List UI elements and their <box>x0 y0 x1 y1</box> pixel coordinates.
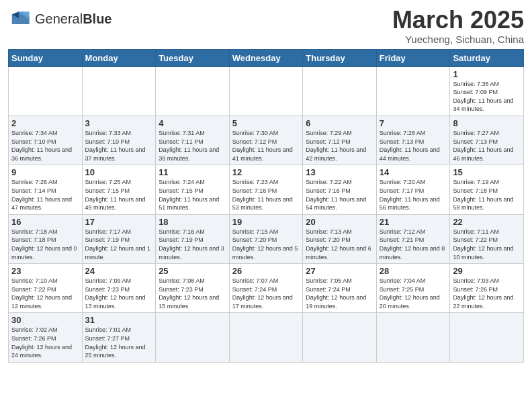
day-number: 4 <box>159 118 226 128</box>
calendar-day-cell: 12Sunrise: 7:23 AMSunset: 7:16 PMDayligh… <box>229 165 303 214</box>
day-info: Sunrise: 7:03 AMSunset: 7:26 PMDaylight:… <box>453 277 521 310</box>
day-number: 11 <box>159 167 226 177</box>
day-number: 16 <box>11 217 79 227</box>
weekday-header-cell: Sunday <box>9 49 83 66</box>
day-info: Sunrise: 7:18 AMSunset: 7:18 PMDaylight:… <box>11 228 79 261</box>
title-block: March 2025 Yuecheng, Sichuan, China <box>392 7 524 45</box>
day-number: 28 <box>380 266 447 276</box>
day-number: 20 <box>306 217 373 227</box>
day-number: 24 <box>85 266 153 276</box>
day-number: 31 <box>85 315 153 325</box>
day-info: Sunrise: 7:26 AMSunset: 7:14 PMDaylight:… <box>11 178 79 212</box>
day-number: 19 <box>232 217 300 227</box>
calendar-day-cell: 2Sunrise: 7:34 AMSunset: 7:10 PMDaylight… <box>9 116 83 165</box>
calendar-day-cell: 18Sunrise: 7:16 AMSunset: 7:19 PMDayligh… <box>156 214 230 263</box>
weekday-header-cell: Monday <box>82 49 156 66</box>
day-number: 21 <box>380 217 447 227</box>
calendar-day-cell: 16Sunrise: 7:18 AMSunset: 7:18 PMDayligh… <box>9 214 83 263</box>
calendar-day-cell: 23Sunrise: 7:10 AMSunset: 7:22 PMDayligh… <box>9 264 83 313</box>
logo-text: GeneralBlue <box>35 12 112 26</box>
calendar-day-cell <box>229 313 303 362</box>
calendar-day-cell: 26Sunrise: 7:07 AMSunset: 7:24 PMDayligh… <box>229 264 303 313</box>
day-info: Sunrise: 7:19 AMSunset: 7:18 PMDaylight:… <box>453 178 521 212</box>
day-info: Sunrise: 7:16 AMSunset: 7:19 PMDaylight:… <box>159 228 226 261</box>
day-info: Sunrise: 7:02 AMSunset: 7:26 PMDaylight:… <box>11 326 79 359</box>
day-info: Sunrise: 7:01 AMSunset: 7:27 PMDaylight:… <box>85 326 153 359</box>
page: GeneralBlue March 2025 Yuecheng, Sichuan… <box>0 0 532 369</box>
calendar-day-cell: 22Sunrise: 7:11 AMSunset: 7:22 PMDayligh… <box>450 214 524 263</box>
calendar-day-cell <box>376 313 450 362</box>
calendar-day-cell: 1Sunrise: 7:35 AMSunset: 7:09 PMDaylight… <box>450 66 524 116</box>
weekday-header-cell: Wednesday <box>229 49 303 66</box>
day-number: 8 <box>453 118 521 128</box>
day-info: Sunrise: 7:34 AMSunset: 7:10 PMDaylight:… <box>11 129 79 163</box>
calendar-week-row: 2Sunrise: 7:34 AMSunset: 7:10 PMDaylight… <box>9 116 524 165</box>
day-number: 26 <box>232 266 300 276</box>
day-info: Sunrise: 7:11 AMSunset: 7:22 PMDaylight:… <box>453 228 521 261</box>
calendar-day-cell <box>450 313 524 362</box>
day-info: Sunrise: 7:30 AMSunset: 7:12 PMDaylight:… <box>232 129 300 163</box>
calendar-week-row: 23Sunrise: 7:10 AMSunset: 7:22 PMDayligh… <box>9 264 524 313</box>
day-number: 3 <box>85 118 153 128</box>
calendar-day-cell: 15Sunrise: 7:19 AMSunset: 7:18 PMDayligh… <box>450 165 524 214</box>
day-info: Sunrise: 7:08 AMSunset: 7:23 PMDaylight:… <box>159 277 226 310</box>
calendar-day-cell: 8Sunrise: 7:27 AMSunset: 7:13 PMDaylight… <box>450 116 524 165</box>
day-number: 18 <box>159 217 226 227</box>
weekday-header-cell: Tuesday <box>156 49 230 66</box>
calendar-day-cell <box>303 313 377 362</box>
logo: GeneralBlue <box>8 9 112 28</box>
day-info: Sunrise: 7:17 AMSunset: 7:19 PMDaylight:… <box>85 228 153 261</box>
calendar-day-cell: 17Sunrise: 7:17 AMSunset: 7:19 PMDayligh… <box>82 214 156 263</box>
day-number: 9 <box>11 167 79 177</box>
day-number: 29 <box>453 266 521 276</box>
weekday-header-row: SundayMondayTuesdayWednesdayThursdayFrid… <box>9 49 524 66</box>
day-info: Sunrise: 7:10 AMSunset: 7:22 PMDaylight:… <box>11 277 79 310</box>
day-info: Sunrise: 7:05 AMSunset: 7:24 PMDaylight:… <box>306 277 373 310</box>
calendar-week-row: 9Sunrise: 7:26 AMSunset: 7:14 PMDaylight… <box>9 165 524 214</box>
calendar-day-cell: 9Sunrise: 7:26 AMSunset: 7:14 PMDaylight… <box>9 165 83 214</box>
day-number: 23 <box>11 266 79 276</box>
day-info: Sunrise: 7:27 AMSunset: 7:13 PMDaylight:… <box>453 129 521 163</box>
day-number: 1 <box>453 69 521 79</box>
calendar-day-cell: 6Sunrise: 7:29 AMSunset: 7:12 PMDaylight… <box>303 116 377 165</box>
calendar-day-cell: 27Sunrise: 7:05 AMSunset: 7:24 PMDayligh… <box>303 264 377 313</box>
location-subtitle: Yuecheng, Sichuan, China <box>392 34 524 45</box>
day-number: 12 <box>232 167 300 177</box>
calendar-day-cell: 20Sunrise: 7:13 AMSunset: 7:20 PMDayligh… <box>303 214 377 263</box>
calendar-day-cell: 28Sunrise: 7:04 AMSunset: 7:25 PMDayligh… <box>376 264 450 313</box>
day-info: Sunrise: 7:15 AMSunset: 7:20 PMDaylight:… <box>232 228 300 261</box>
day-number: 10 <box>85 167 153 177</box>
calendar-day-cell <box>82 66 156 116</box>
day-info: Sunrise: 7:20 AMSunset: 7:17 PMDaylight:… <box>380 178 447 212</box>
calendar-day-cell: 7Sunrise: 7:28 AMSunset: 7:13 PMDaylight… <box>376 116 450 165</box>
day-number: 7 <box>380 118 447 128</box>
day-info: Sunrise: 7:31 AMSunset: 7:11 PMDaylight:… <box>159 129 226 163</box>
day-info: Sunrise: 7:07 AMSunset: 7:24 PMDaylight:… <box>232 277 300 310</box>
day-info: Sunrise: 7:25 AMSunset: 7:15 PMDaylight:… <box>85 178 153 212</box>
day-info: Sunrise: 7:22 AMSunset: 7:16 PMDaylight:… <box>306 178 373 212</box>
month-title: March 2025 <box>392 7 524 34</box>
day-info: Sunrise: 7:24 AMSunset: 7:15 PMDaylight:… <box>159 178 226 212</box>
calendar-day-cell: 5Sunrise: 7:30 AMSunset: 7:12 PMDaylight… <box>229 116 303 165</box>
day-number: 6 <box>306 118 373 128</box>
calendar-day-cell: 21Sunrise: 7:12 AMSunset: 7:21 PMDayligh… <box>376 214 450 263</box>
calendar-day-cell: 14Sunrise: 7:20 AMSunset: 7:17 PMDayligh… <box>376 165 450 214</box>
day-info: Sunrise: 7:12 AMSunset: 7:21 PMDaylight:… <box>380 228 447 261</box>
calendar-day-cell: 13Sunrise: 7:22 AMSunset: 7:16 PMDayligh… <box>303 165 377 214</box>
weekday-header-cell: Saturday <box>450 49 524 66</box>
day-number: 14 <box>380 167 447 177</box>
generalblue-icon <box>8 9 32 28</box>
calendar-day-cell <box>376 66 450 116</box>
day-number: 22 <box>453 217 521 227</box>
calendar-day-cell: 30Sunrise: 7:02 AMSunset: 7:26 PMDayligh… <box>9 313 83 362</box>
day-number: 2 <box>11 118 79 128</box>
day-number: 15 <box>453 167 521 177</box>
day-info: Sunrise: 7:04 AMSunset: 7:25 PMDaylight:… <box>380 277 447 310</box>
calendar-day-cell: 19Sunrise: 7:15 AMSunset: 7:20 PMDayligh… <box>229 214 303 263</box>
day-number: 25 <box>159 266 226 276</box>
day-number: 13 <box>306 167 373 177</box>
calendar-day-cell: 31Sunrise: 7:01 AMSunset: 7:27 PMDayligh… <box>82 313 156 362</box>
calendar-day-cell <box>156 66 230 116</box>
day-info: Sunrise: 7:33 AMSunset: 7:10 PMDaylight:… <box>85 129 153 163</box>
day-number: 5 <box>232 118 300 128</box>
